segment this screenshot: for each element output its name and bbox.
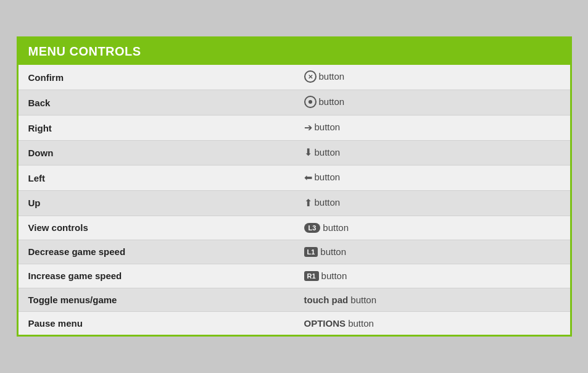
action-label: Up <box>19 191 294 216</box>
action-label: Down <box>19 140 294 166</box>
action-label: Toggle menus/game <box>19 288 294 311</box>
action-label: View controls <box>19 216 294 240</box>
action-label: Confirm <box>19 65 294 90</box>
table-row: Down⬇button <box>19 140 570 166</box>
table-row: Increase game speedR1button <box>19 264 570 288</box>
action-label: Decrease game speed <box>19 240 294 264</box>
button-label: button <box>323 222 349 233</box>
control-value: L1button <box>294 240 570 264</box>
button-label: button <box>319 71 345 82</box>
table-row: Confirmbutton <box>19 65 570 90</box>
control-value: button <box>294 65 570 90</box>
table-row: Up⬆button <box>19 191 570 216</box>
control-value: L3button <box>294 216 570 240</box>
bold-label: touch pad <box>304 295 349 305</box>
action-label: Increase game speed <box>19 264 294 288</box>
panel-title: MENU CONTROLS <box>28 44 141 58</box>
action-label: Pause menu <box>19 311 294 335</box>
panel-header: MENU CONTROLS <box>19 38 570 65</box>
table-row: Toggle menus/gametouch pad button <box>19 288 570 311</box>
button-label: button <box>320 246 346 257</box>
bold-label: OPTIONS <box>304 318 346 329</box>
button-label: button <box>315 122 341 132</box>
control-value: ➔button <box>294 115 570 141</box>
controls-table: ConfirmbuttonBackbuttonRight➔buttonDown⬇… <box>19 65 570 334</box>
button-label: button <box>350 295 376 305</box>
control-value: button <box>294 90 570 115</box>
cross-icon <box>304 70 317 83</box>
action-label: Left <box>19 166 294 191</box>
control-value: ⬆button <box>294 191 570 216</box>
control-value: ⬅button <box>294 166 570 191</box>
table-row: Backbutton <box>19 90 570 115</box>
badge-square: L1 <box>304 247 318 257</box>
button-label: button <box>315 172 341 182</box>
badge-pill: L3 <box>304 223 321 233</box>
arrow-left-icon: ⬅ <box>304 172 312 183</box>
button-label: button <box>315 147 341 157</box>
button-label: button <box>319 96 345 107</box>
table-row: Decrease game speedL1button <box>19 240 570 264</box>
menu-controls-panel: MENU CONTROLS ConfirmbuttonBackbuttonRig… <box>17 36 572 336</box>
arrow-up-icon: ⬆ <box>304 197 312 209</box>
button-label: button <box>315 197 341 207</box>
table-row: Right➔button <box>19 115 570 141</box>
arrow-right-icon: ➔ <box>304 122 312 133</box>
control-value: ⬇button <box>294 140 570 166</box>
circle-dot-icon <box>304 96 317 108</box>
table-row: View controlsL3button <box>19 216 570 240</box>
control-value: OPTIONS button <box>294 311 570 335</box>
badge-square: R1 <box>304 271 319 281</box>
action-label: Back <box>19 90 294 115</box>
action-label: Right <box>19 115 294 141</box>
control-value: R1button <box>294 264 570 288</box>
table-row: Left⬅button <box>19 166 570 191</box>
button-label: button <box>348 318 374 329</box>
table-row: Pause menuOPTIONS button <box>19 311 570 335</box>
control-value: touch pad button <box>294 288 570 311</box>
button-label: button <box>321 270 347 281</box>
arrow-down-icon: ⬇ <box>304 146 312 158</box>
